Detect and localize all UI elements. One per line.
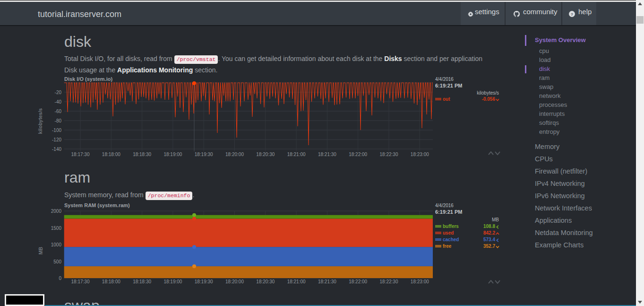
svg-text:0: 0 [59, 276, 61, 281]
svg-text:18:20:00: 18:20:00 [225, 152, 244, 157]
svg-text:18:21:30: 18:21:30 [318, 279, 336, 284]
svg-text:18:22:30: 18:22:30 [380, 152, 398, 157]
svg-text:18:23:00: 18:23:00 [411, 152, 429, 157]
svg-text:2000: 2000 [51, 209, 62, 214]
svg-text:-40: -40 [55, 99, 62, 105]
svg-text:18:18:30: 18:18:30 [133, 152, 151, 157]
svg-text:18:19:30: 18:19:30 [195, 152, 213, 157]
svg-text:18:19:00: 18:19:00 [163, 152, 182, 157]
svg-text:18:18:30: 18:18:30 [133, 279, 151, 284]
svg-text:18:20:30: 18:20:30 [256, 152, 275, 157]
svg-text:500: 500 [53, 259, 61, 264]
svg-text:18:17:30: 18:17:30 [71, 152, 90, 157]
svg-text:-60: -60 [55, 109, 62, 114]
svg-text:18:22:00: 18:22:00 [349, 279, 367, 284]
svg-text:18:19:30: 18:19:30 [195, 279, 213, 284]
svg-text:18:22:30: 18:22:30 [380, 279, 398, 284]
svg-text:18:20:30: 18:20:30 [256, 279, 275, 284]
svg-text:18:23:00: 18:23:00 [411, 279, 429, 284]
svg-text:18:21:00: 18:21:00 [287, 152, 306, 157]
svg-text:18:20:00: 18:20:00 [225, 279, 244, 284]
svg-text:?: ? [571, 12, 573, 17]
svg-text:18:21:30: 18:21:30 [318, 152, 336, 157]
svg-text:18:21:00: 18:21:00 [287, 279, 306, 284]
svg-text:-20: -20 [55, 90, 62, 95]
svg-text:-140: -140 [52, 147, 61, 152]
svg-text:1500: 1500 [51, 226, 62, 231]
svg-text:18:17:30: 18:17:30 [71, 279, 90, 284]
svg-text:18:19:00: 18:19:00 [163, 279, 182, 284]
svg-text:-100: -100 [52, 128, 61, 133]
svg-text:1000: 1000 [51, 242, 62, 247]
svg-text:18:22:00: 18:22:00 [349, 152, 367, 157]
svg-text:18:18:00: 18:18:00 [102, 152, 120, 157]
svg-text:-80: -80 [55, 118, 62, 123]
svg-text:-120: -120 [52, 137, 61, 142]
svg-text:18:18:00: 18:18:00 [102, 279, 120, 284]
